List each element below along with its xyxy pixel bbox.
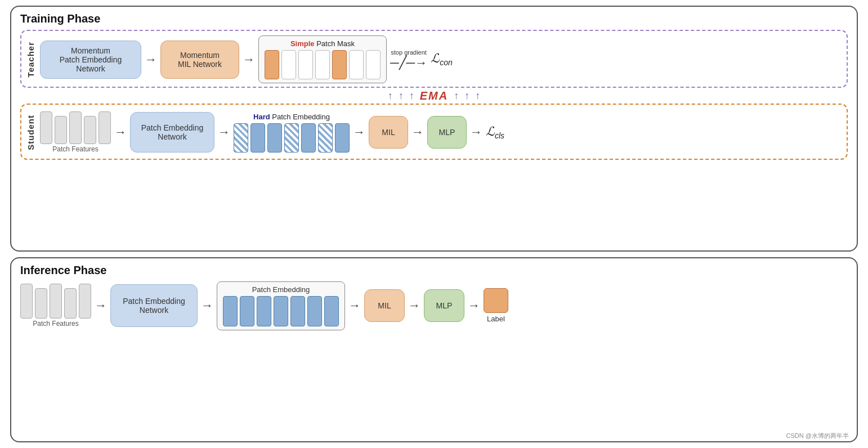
inference-patch-features-group: Patch Features <box>20 284 91 328</box>
teacher-student-container: Teacher MomentumPatch Embedding Network … <box>20 30 848 160</box>
hpe-b6 <box>318 123 333 153</box>
inference-label-group: Label <box>484 288 508 323</box>
teacher-row: MomentumPatch Embedding Network → Moment… <box>40 35 840 83</box>
spm-block-5 <box>332 50 347 79</box>
student-pen-box: Patch EmbeddingNetwork <box>130 112 214 153</box>
inference-mil-box: MIL <box>364 289 405 322</box>
inference-label-box <box>484 288 508 313</box>
student-mil-box: MIL <box>369 116 408 149</box>
ipe-b5 <box>290 296 305 326</box>
student-pen-label: Patch EmbeddingNetwork <box>141 123 204 141</box>
ipe-b3 <box>257 296 271 326</box>
ipe-b2 <box>240 296 254 326</box>
loss-con-group: ℒcon <box>431 51 453 67</box>
ema-label: EMA <box>420 89 448 102</box>
ema-container: ↑ ↑ ↑ EMA ↑ ↑ ↑ <box>20 89 848 102</box>
inference-row: Patch Features → Patch EmbeddingNetwork … <box>20 281 848 330</box>
arrow-t2: → <box>243 52 255 67</box>
momentum-pen-label: MomentumPatch Embedding Network <box>46 46 135 73</box>
ema-arrow-5: ↑ <box>464 90 469 102</box>
hpe-b4 <box>284 123 299 153</box>
hard-patch-blocks <box>234 123 350 153</box>
hard-label: Hard <box>253 113 270 121</box>
hpe-b7 <box>335 123 350 153</box>
training-phase-box: Training Phase Teacher MomentumPatch Emb… <box>10 6 858 252</box>
inference-label-text: Label <box>487 315 505 323</box>
inference-mlp-box: MLP <box>424 289 464 322</box>
inference-patch-blocks <box>20 284 91 319</box>
inference-patch-embed-title: Patch Embedding <box>252 285 310 294</box>
hpe-b5 <box>301 123 316 153</box>
simple-patch-mask-box: Simple Patch Mask <box>258 35 387 83</box>
spf-b5 <box>99 111 111 144</box>
ema-arrow-6: ↑ <box>475 90 480 102</box>
arrow-i4: → <box>408 298 420 313</box>
spm-block-6 <box>349 50 364 79</box>
teacher-label: Teacher <box>26 42 35 77</box>
arrow-i5: → <box>468 298 480 313</box>
spf-b1 <box>40 111 52 144</box>
spm-block-1 <box>265 50 279 79</box>
ema-arrow-1: ↑ <box>388 90 393 102</box>
spm-block-7 <box>366 50 381 79</box>
arrow-s5: → <box>470 125 482 140</box>
student-patch-features-group: Patch Features <box>40 111 111 153</box>
inference-pen-box: Patch EmbeddingNetwork <box>110 284 198 327</box>
arrow-s2: → <box>218 125 230 140</box>
ipf-b3 <box>50 284 62 319</box>
ema-arrow-3: ↑ <box>409 90 414 102</box>
inference-phase-title: Inference Phase <box>20 264 848 277</box>
ema-arrow-2: ↑ <box>399 90 404 102</box>
loss-cls-label: ℒcls <box>486 124 504 140</box>
arrow-i3: → <box>348 298 361 313</box>
momentum-pen-box: MomentumPatch Embedding Network <box>40 41 141 79</box>
hard-patch-embed-title: Hard Patch Embedding <box>253 113 330 121</box>
slash-arrow: ─╱─→ <box>390 56 427 70</box>
arrow-t1: → <box>145 52 157 67</box>
spf-b4 <box>84 116 96 144</box>
arrow-i1: → <box>95 298 107 313</box>
hpe-b3 <box>267 123 282 153</box>
ema-arrow-4: ↑ <box>454 90 459 102</box>
momentum-mil-box: MomentumMIL Network <box>160 41 239 79</box>
arrow-s4: → <box>411 125 424 140</box>
momentum-mil-label: MomentumMIL Network <box>178 51 222 69</box>
spm-block-2 <box>281 50 296 79</box>
student-mlp-box: MLP <box>427 116 467 149</box>
inference-embed-blocks <box>223 296 339 326</box>
loss-con-label: ℒcon <box>431 51 453 67</box>
simple-patch-blocks <box>265 50 381 79</box>
simple-patch-mask-title: Simple Patch Mask <box>290 39 355 48</box>
ipe-b1 <box>223 296 238 326</box>
watermark: CSDN @水博的两年半 <box>786 432 849 440</box>
ipf-b1 <box>20 284 33 319</box>
inference-patch-embed-box: Patch Embedding <box>217 281 345 330</box>
ipe-b7 <box>324 296 339 326</box>
ipf-b5 <box>79 284 91 319</box>
student-box: Student Patch Features → Patch <box>20 104 848 160</box>
student-mil-label: MIL <box>382 128 395 137</box>
inference-phase-box: Inference Phase Patch Features → Patch E… <box>10 257 858 442</box>
student-label: Student <box>26 115 35 150</box>
student-patch-features-label: Patch Features <box>52 145 98 153</box>
inference-mil-label: MIL <box>378 301 391 310</box>
training-phase-title: Training Phase <box>20 12 848 25</box>
student-patch-blocks <box>40 111 111 144</box>
inference-pen-label: Patch EmbeddingNetwork <box>123 297 185 315</box>
student-mlp-label: MLP <box>439 128 455 137</box>
ipf-b2 <box>35 288 47 319</box>
hpe-b1 <box>234 123 248 153</box>
spm-block-4 <box>315 50 330 79</box>
inference-mlp-label: MLP <box>436 301 453 310</box>
arrow-s1: → <box>114 125 127 140</box>
arrow-s3: → <box>353 125 365 140</box>
inference-patch-features-label: Patch Features <box>33 320 78 328</box>
stop-gradient-group: stop gradient ─╱─→ <box>390 49 427 70</box>
hpe-b2 <box>250 123 265 153</box>
hard-patch-embed-group: Hard Patch Embedding <box>234 113 350 153</box>
ema-row: ↑ ↑ ↑ EMA ↑ ↑ ↑ <box>20 88 848 104</box>
spf-b3 <box>69 111 82 144</box>
student-row: Patch Features → Patch EmbeddingNetwork … <box>40 111 840 153</box>
stop-gradient-label: stop gradient <box>391 49 427 56</box>
ipf-b4 <box>64 288 77 319</box>
